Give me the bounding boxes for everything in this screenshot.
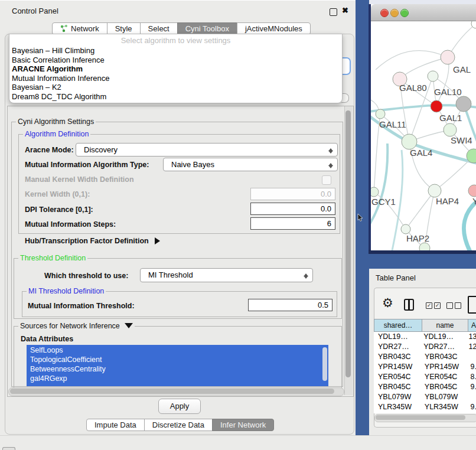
table-row[interactable]: YLR345WYLR345W9. bbox=[374, 402, 476, 412]
menu-strip bbox=[369, 0, 476, 4]
zoom-traffic-light-icon[interactable] bbox=[400, 9, 409, 17]
algorithm-option[interactable]: Bayesian – K2 bbox=[9, 83, 342, 92]
tab-network[interactable]: Network bbox=[52, 22, 107, 35]
tab-cyni-toolbox[interactable]: Cyni Toolbox bbox=[177, 22, 237, 35]
table-cell: 0. bbox=[468, 412, 476, 413]
network-node-label: Y bbox=[472, 196, 476, 206]
algorithm-option[interactable]: Dream8 DC_TDC Algorithm bbox=[9, 92, 342, 102]
close-traffic-light-icon[interactable] bbox=[380, 9, 389, 17]
table-row[interactable]: YDL19…YDL19…13 bbox=[374, 332, 476, 342]
network-node[interactable] bbox=[428, 184, 441, 197]
new-table-icon[interactable] bbox=[468, 296, 476, 314]
table-cell bbox=[468, 352, 471, 362]
mi-type-label: Mutual Information Algorithm Type: bbox=[25, 161, 149, 169]
mi-steps-field[interactable]: 6 bbox=[250, 217, 335, 230]
table-cell: YLR345W bbox=[374, 402, 422, 412]
manual-kernel-label: Manual Kernel Width Definition bbox=[25, 175, 134, 184]
collapse-down-icon bbox=[125, 323, 133, 332]
table-cell: YBL079W bbox=[374, 392, 422, 402]
split-table-icon[interactable] bbox=[404, 299, 414, 311]
network-graph: GALGAL80GAL10GAL1GAL11SWI4GAL4GCY1HAP4YH… bbox=[371, 21, 476, 250]
vertical-scrollbar-thumb[interactable] bbox=[345, 110, 351, 377]
column-header[interactable]: shared… bbox=[374, 319, 422, 332]
manual-kernel-checkbox[interactable] bbox=[322, 175, 331, 185]
apply-button[interactable]: Apply bbox=[158, 399, 201, 414]
close-panel-icon[interactable]: ✖ bbox=[342, 6, 348, 15]
attribute-item[interactable]: BetweennessCentrality bbox=[27, 364, 328, 374]
tab-jactivemnodules[interactable]: jActiveMNodules bbox=[237, 22, 311, 35]
algorithm-definition-title: Algorithm Definition bbox=[23, 130, 90, 138]
kernel-width-field[interactable]: 0.0 bbox=[250, 188, 335, 200]
table-row[interactable]: YBL079WYBL079W bbox=[374, 392, 476, 402]
network-node[interactable] bbox=[376, 109, 385, 119]
mi-type-select[interactable]: Naive Bayes bbox=[163, 158, 338, 171]
table-cell: 9. bbox=[468, 362, 476, 372]
attribute-item[interactable]: TopologicalCoefficient bbox=[27, 355, 328, 364]
dpi-tolerance-field[interactable]: 0.0 bbox=[250, 203, 335, 215]
hub-definition-label: Hub/Transcription Factor Definition bbox=[25, 237, 149, 245]
minimized-panel-icon[interactable] bbox=[2, 447, 15, 450]
algorithm-option[interactable]: ARACNE Algorithm bbox=[9, 64, 342, 74]
tab-select[interactable]: Select bbox=[140, 22, 178, 35]
algorithm-option[interactable]: Bayesian – Hill Climbing bbox=[9, 46, 342, 56]
which-threshold-select[interactable]: MI Threshold bbox=[140, 268, 313, 282]
hub-definition-expander[interactable]: Hub/Transcription Factor Definition bbox=[25, 237, 164, 245]
tab-infer-network[interactable]: Infer Network bbox=[212, 419, 274, 431]
network-node[interactable] bbox=[428, 71, 438, 81]
column-header[interactable]: name bbox=[422, 319, 468, 332]
control-panel-title: Control Panel bbox=[12, 6, 58, 15]
network-canvas[interactable]: GALGAL80GAL10GAL1GAL11SWI4GAL4GCY1HAP4YH… bbox=[371, 21, 476, 250]
unchecked-column-icon[interactable] bbox=[446, 302, 453, 309]
attribute-item[interactable]: SelfLoops bbox=[27, 345, 328, 355]
table-row[interactable]: YIL052CYIL052C0. bbox=[374, 412, 476, 413]
table-row[interactable]: YBR043CYBR043C bbox=[374, 352, 476, 362]
unchecked-column-icon[interactable] bbox=[455, 302, 461, 309]
tab-style[interactable]: Style bbox=[107, 22, 141, 35]
table-header-row[interactable]: shared…nameA bbox=[374, 319, 476, 332]
table-scrollbar-thumb[interactable] bbox=[376, 415, 465, 420]
network-window-titlebar[interactable] bbox=[371, 4, 476, 21]
minimize-traffic-light-icon[interactable] bbox=[390, 9, 399, 17]
network-node[interactable] bbox=[401, 224, 410, 234]
attributes-scrollbar-thumb[interactable] bbox=[322, 347, 327, 381]
aracne-mode-select[interactable]: Discovery bbox=[76, 143, 338, 156]
table-row[interactable]: YER054CYER054C8. bbox=[374, 372, 476, 382]
mi-steps-label: Mutual Information Steps: bbox=[25, 220, 116, 229]
horizontal-scrollbar-thumb[interactable] bbox=[10, 389, 334, 394]
table-cell: YER054C bbox=[374, 372, 422, 382]
network-node[interactable] bbox=[468, 185, 476, 197]
table-body[interactable]: YDL19…YDL19…13YDR27…YDR27…12YBR043CYBR04… bbox=[374, 332, 476, 413]
table-cell bbox=[468, 392, 471, 402]
network-node[interactable] bbox=[419, 243, 430, 250]
table-row[interactable]: YBR045CYBR045C9. bbox=[374, 382, 476, 392]
network-node[interactable] bbox=[456, 96, 471, 112]
network-node-label: GAL1 bbox=[439, 113, 462, 123]
attribute-item[interactable]: gal4RGexp bbox=[27, 374, 328, 383]
checked-column-icon[interactable]: ✓ bbox=[426, 302, 432, 309]
tab-impute-data[interactable]: Impute Data bbox=[86, 419, 145, 431]
float-panel-icon[interactable] bbox=[330, 8, 337, 16]
tab-discretize-data[interactable]: Discretize Data bbox=[144, 419, 213, 431]
checked-column-icon[interactable]: ✓ bbox=[434, 302, 441, 309]
network-node[interactable] bbox=[444, 123, 457, 136]
status-bar-divider bbox=[0, 435, 476, 436]
table-cell: 12 bbox=[465, 342, 476, 352]
dpi-tolerance-label: DPI Tolerance [0,1]: bbox=[25, 206, 93, 214]
gear-icon[interactable]: ⚙ bbox=[382, 296, 393, 309]
sources-group-title[interactable]: Sources for Network Inference bbox=[18, 322, 135, 332]
window-shadow bbox=[369, 250, 476, 254]
table-row[interactable]: YDR27…YDR27…12 bbox=[374, 342, 476, 352]
table-cell: YPR145W bbox=[374, 362, 422, 372]
table-cell: 8. bbox=[468, 372, 476, 382]
table-row[interactable]: YPR145WYPR145W9. bbox=[374, 362, 476, 372]
network-node[interactable] bbox=[441, 50, 455, 64]
network-node[interactable] bbox=[431, 100, 442, 112]
algorithm-dropdown-placeholder: Select algorithm to view settings bbox=[9, 36, 342, 45]
column-header[interactable]: A bbox=[468, 319, 476, 332]
algorithm-option[interactable]: Mutual Information Inference bbox=[9, 74, 342, 83]
mi-threshold-field[interactable]: 0.5 bbox=[248, 299, 332, 311]
data-attributes-list[interactable]: SelfLoopsTopologicalCoefficientBetweenne… bbox=[27, 345, 328, 386]
algorithm-option[interactable]: Basic Correlation Inference bbox=[9, 56, 342, 65]
network-node[interactable] bbox=[371, 187, 379, 197]
cyni-settings-group-title: Cyni Algorithm Settings bbox=[16, 118, 96, 126]
